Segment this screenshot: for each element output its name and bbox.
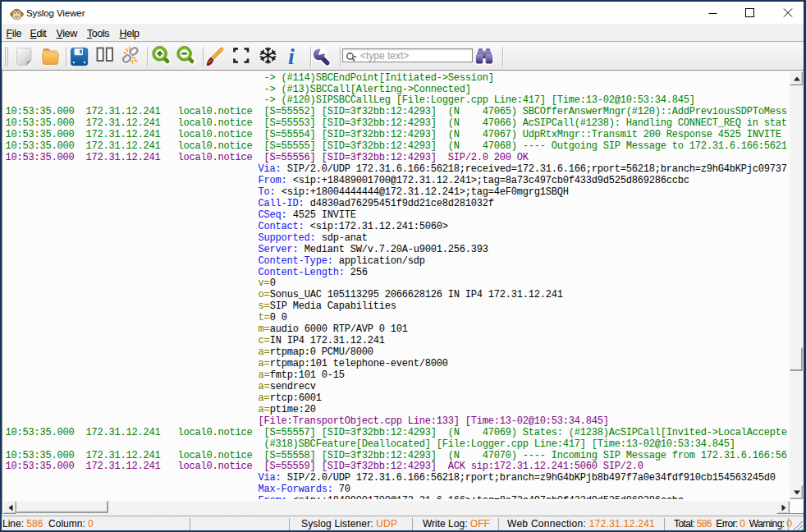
svg-text:i: i: [288, 46, 295, 67]
